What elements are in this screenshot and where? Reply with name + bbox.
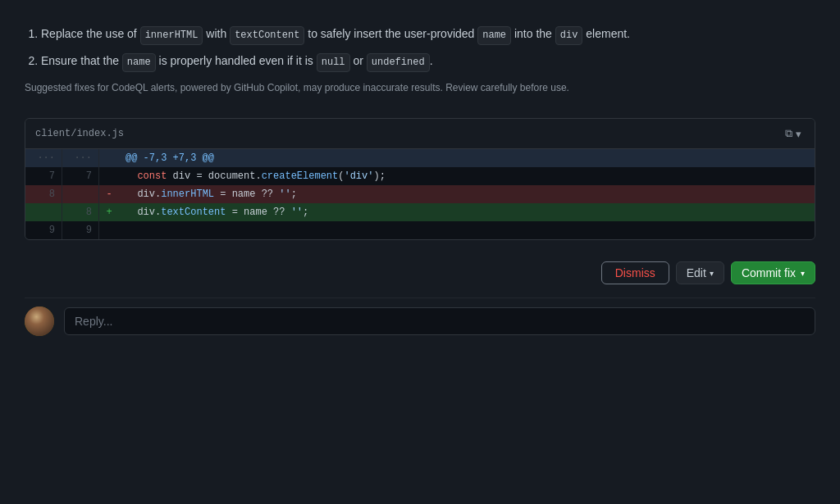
diff-container: client/index.js ⧉ ▾ ··· ··· @@ -7,3 +7,3…: [25, 118, 815, 240]
page-container: Replace the use of innerHTML with textCo…: [0, 0, 840, 504]
new-line-8: 8: [62, 203, 99, 221]
instruction-item-2: Ensure that the name is properly handled…: [41, 52, 815, 72]
avatar: [25, 306, 54, 336]
removed-code: div.innerHTML = name ?? '';: [119, 185, 815, 203]
old-line-9: 9: [25, 221, 62, 239]
instruction-item-1: Replace the use of innerHTML with textCo…: [41, 25, 815, 45]
reply-section: Reply...: [25, 297, 815, 344]
instruction-1-with: with: [206, 27, 226, 40]
disclaimer-text: Suggested fixes for CodeQL alerts, power…: [25, 80, 815, 95]
code-badge-textContent: textContent: [230, 26, 304, 45]
reply-input[interactable]: Reply...: [64, 307, 815, 335]
instruction-1-text-before: Replace the use of: [41, 27, 137, 40]
diff-header: client/index.js ⧉ ▾: [25, 119, 815, 149]
chevron-down-icon: ▾: [796, 128, 801, 140]
dismiss-button[interactable]: Dismiss: [601, 261, 669, 284]
action-row: Dismiss Edit ▾ Commit fix ▾: [25, 253, 815, 297]
edit-chevron-icon: ▾: [710, 269, 714, 278]
hunk-text: @@ -7,3 +7,3 @@: [119, 149, 815, 167]
old-line-empty: [25, 203, 62, 221]
code-badge-name-2: name: [122, 53, 156, 72]
commit-chevron-icon: ▾: [801, 269, 805, 278]
added-code: div.textContent = name ?? '';: [119, 203, 815, 221]
new-line-empty: [62, 185, 99, 203]
old-line-8: 8: [25, 185, 62, 203]
diff-context-row-1: 7 7 const div = document.createElement('…: [25, 167, 815, 185]
diff-body: ··· ··· @@ -7,3 +7,3 @@ 7 7 const div = …: [25, 149, 815, 239]
code-badge-null: null: [317, 53, 350, 72]
commit-fix-label: Commit fix: [742, 266, 796, 279]
diff-added-row: 8 + div.textContent = name ?? '';: [25, 203, 815, 221]
hunk-old-line: ···: [25, 149, 62, 167]
code-badge-name-1: name: [477, 26, 511, 45]
edit-button[interactable]: Edit ▾: [676, 261, 724, 284]
old-line-7: 7: [25, 167, 62, 185]
instructions-section: Replace the use of innerHTML with textCo…: [25, 16, 815, 118]
diff-context-row-2: 9 9: [25, 221, 815, 239]
code-badge-div: div: [555, 26, 583, 45]
diff-hunk-row: ··· ··· @@ -7,3 +7,3 @@: [25, 149, 815, 167]
hunk-new-line: ···: [62, 149, 99, 167]
context-code-2: [119, 221, 815, 239]
code-badge-innerHTML: innerHTML: [140, 26, 203, 45]
diff-removed-row: 8 - div.innerHTML = name ?? '';: [25, 185, 815, 203]
removed-sign: -: [99, 185, 119, 203]
diff-filename: client/index.js: [35, 128, 124, 139]
context-code-1: const div = document.createElement('div'…: [119, 167, 815, 185]
commit-fix-button[interactable]: Commit fix ▾: [731, 261, 815, 284]
added-sign: +: [99, 203, 119, 221]
copy-icon: ⧉: [785, 127, 792, 140]
edit-label: Edit: [687, 266, 706, 279]
new-line-7: 7: [62, 167, 99, 185]
avatar-image: [25, 306, 54, 336]
code-badge-undefined: undefined: [367, 53, 430, 72]
copy-button[interactable]: ⧉ ▾: [782, 125, 805, 142]
new-line-9: 9: [62, 221, 99, 239]
